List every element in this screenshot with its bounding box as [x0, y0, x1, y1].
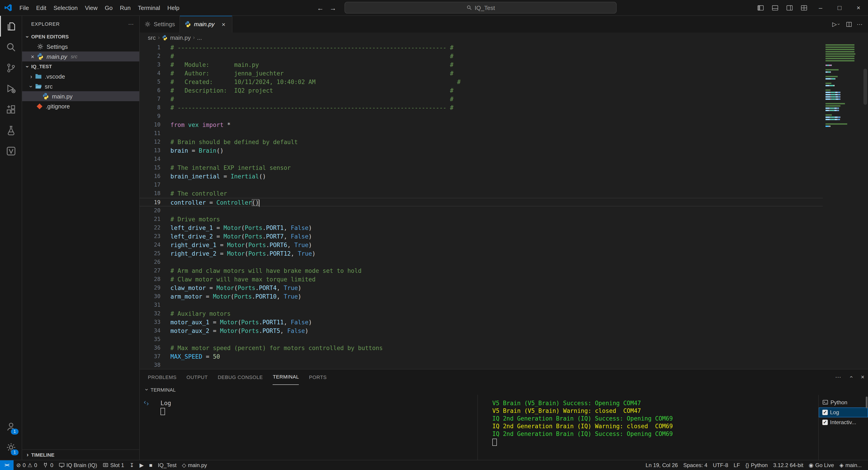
- menu-edit[interactable]: Edit: [33, 2, 50, 13]
- run-dropdown-icon[interactable]: ›: [837, 22, 842, 26]
- code-line[interactable]: 11: [140, 129, 823, 138]
- remote-indicator[interactable]: ><: [0, 460, 13, 470]
- vex-slot-status[interactable]: Slot 1: [100, 460, 127, 470]
- code-line[interactable]: 12# Brain should be defined by default: [140, 138, 823, 146]
- source-control-icon[interactable]: [0, 57, 22, 78]
- terminal-instance-log[interactable]: ✓ Log: [819, 407, 868, 417]
- code-line[interactable]: 10from vex import *: [140, 121, 823, 129]
- panel-tab-debug-console[interactable]: DEBUG CONSOLE: [218, 369, 263, 384]
- code-line[interactable]: 2# #: [140, 52, 823, 61]
- close-editor-icon[interactable]: ×: [29, 53, 37, 60]
- menu-go[interactable]: Go: [101, 2, 116, 13]
- vex-program-file[interactable]: ◇main.py: [179, 460, 210, 470]
- code-line[interactable]: 28# Claw motor will have max torque limi…: [140, 275, 823, 284]
- code-line[interactable]: 15# The internal EXP inertial sensor: [140, 164, 823, 172]
- tree-item-vscode-folder[interactable]: › .vscode: [22, 71, 139, 81]
- close-panel-icon[interactable]: ×: [861, 374, 864, 380]
- split-editor-icon[interactable]: [846, 21, 852, 27]
- code-line[interactable]: 7# #: [140, 95, 823, 103]
- code-line[interactable]: 35: [140, 335, 823, 344]
- code-line[interactable]: 27# Arm and claw motors will have brake …: [140, 267, 823, 275]
- code-line[interactable]: 34motor_aux_2 = Motor(Ports.PORT5, False…: [140, 327, 823, 335]
- vex-project-name[interactable]: IQ_Test: [155, 460, 179, 470]
- cursor-position-status[interactable]: Ln 19, Col 26: [643, 460, 681, 470]
- settings-gear-icon[interactable]: 1: [0, 437, 22, 458]
- terminal-instance-interactive[interactable]: ✓ Interactiv...: [819, 417, 868, 427]
- terminal-instance-python[interactable]: Python: [819, 397, 868, 407]
- code-line[interactable]: 25right_drive_2 = Motor(Ports.PORT12, Tr…: [140, 249, 823, 258]
- code-line[interactable]: 24right_drive_1 = Motor(Ports.PORT6, Tru…: [140, 241, 823, 249]
- panel-more-actions-icon[interactable]: ···: [835, 374, 841, 380]
- command-center-search[interactable]: IQ_Test: [345, 2, 617, 13]
- editor-more-actions-icon[interactable]: ···: [857, 21, 863, 28]
- code-line[interactable]: 9: [140, 112, 823, 121]
- explorer-icon[interactable]: [0, 16, 22, 37]
- run-and-debug-icon[interactable]: [0, 78, 22, 99]
- code-line[interactable]: 21# Drive motors: [140, 215, 823, 224]
- tree-item-gitignore[interactable]: .gitignore: [22, 101, 139, 111]
- toggle-secondary-sidebar-icon[interactable]: [782, 0, 797, 15]
- menu-file[interactable]: File: [16, 2, 33, 13]
- code-line[interactable]: 31: [140, 301, 823, 309]
- run-python-file-button[interactable]: ▷›: [832, 21, 841, 28]
- go-live-status[interactable]: ◉Go Live: [806, 460, 837, 470]
- code-line[interactable]: 14: [140, 155, 823, 164]
- code-line[interactable]: 32# Auxilary motors: [140, 309, 823, 318]
- customize-layout-icon[interactable]: [797, 0, 811, 15]
- menu-view[interactable]: View: [81, 2, 101, 13]
- maximize-button[interactable]: □: [830, 0, 849, 15]
- editor-scrollbar[interactable]: [864, 69, 867, 105]
- menu-selection[interactable]: Selection: [50, 2, 81, 13]
- tree-item-src-folder[interactable]: › src: [22, 81, 139, 91]
- code-line[interactable]: 26: [140, 258, 823, 267]
- toggle-panel-icon[interactable]: [768, 0, 782, 15]
- terminal-pane-log[interactable]: Log: [160, 399, 171, 416]
- code-line[interactable]: 36# Max motor speed (percent) for motors…: [140, 344, 823, 352]
- vex-extension-icon[interactable]: [0, 140, 22, 161]
- open-editors-section[interactable]: ›OPEN EDITORS: [22, 32, 139, 41]
- language-mode-status[interactable]: {}Python: [743, 460, 771, 470]
- open-editor-settings[interactable]: Settings: [22, 41, 139, 52]
- code-line[interactable]: 13brain = Brain(): [140, 146, 823, 155]
- code-line[interactable]: 22left_drive_1 = Motor(Ports.PORT1, Fals…: [140, 224, 823, 232]
- vex-run-button[interactable]: ▶: [137, 460, 146, 470]
- vex-download-button[interactable]: ↧: [127, 460, 137, 470]
- code-line[interactable]: 30arm_motor = Motor(Ports.PORT10, True): [140, 292, 823, 301]
- tab-main-py[interactable]: main.py ×: [180, 16, 232, 33]
- panel-tab-problems[interactable]: PROBLEMS: [148, 369, 177, 384]
- timeline-section[interactable]: ›TIMELINE: [22, 449, 139, 460]
- extensions-icon[interactable]: [0, 99, 22, 120]
- code-line[interactable]: 3# Module: main.py #: [140, 61, 823, 69]
- code-line[interactable]: 29claw_motor = Motor(Ports.PORT4, True): [140, 284, 823, 292]
- vex-main-indicator[interactable]: ◈main...: [837, 460, 865, 470]
- code-line[interactable]: 5# Created: 10/11/2024, 10:40:02 AM #: [140, 78, 823, 86]
- menu-help[interactable]: Help: [164, 2, 183, 13]
- code-line[interactable]: 4# Author: jenna_juechter #: [140, 69, 823, 78]
- forward-arrow-icon[interactable]: →: [328, 2, 338, 13]
- python-interpreter-status[interactable]: 3.12.2 64-bit: [770, 460, 806, 470]
- code-line[interactable]: 23left_drive_2 = Motor(Ports.PORT7, Fals…: [140, 232, 823, 241]
- terminal-pane-output[interactable]: V5 Brain (V5_Brain) Success: Opening COM…: [492, 399, 673, 447]
- code-line[interactable]: 37MAX_SPEED = 50: [140, 352, 823, 361]
- code-line[interactable]: 18# The controller: [140, 189, 823, 198]
- code-editor[interactable]: 1# -------------------------------------…: [140, 42, 868, 369]
- panel-tab-ports[interactable]: PORTS: [309, 369, 327, 384]
- code-line[interactable]: 38: [140, 361, 823, 369]
- code-line[interactable]: 1# -------------------------------------…: [140, 43, 823, 52]
- code-line[interactable]: 8# -------------------------------------…: [140, 103, 823, 112]
- code-line[interactable]: 17: [140, 181, 823, 189]
- explorer-actions-icon[interactable]: ···: [128, 21, 134, 26]
- workspace-root[interactable]: ›IQ_TEST: [22, 61, 139, 71]
- terminal-section-header[interactable]: ›TERMINAL: [140, 384, 868, 395]
- testing-icon[interactable]: [0, 120, 22, 140]
- vex-device-status[interactable]: IQ Brain (IQ): [56, 460, 100, 470]
- code-line[interactable]: 20: [140, 206, 823, 215]
- minimap[interactable]: [826, 44, 862, 130]
- toggle-sidebar-icon[interactable]: [753, 0, 768, 15]
- tree-item-main-py[interactable]: main.py: [22, 91, 139, 101]
- back-arrow-icon[interactable]: ←: [315, 2, 326, 13]
- code-line[interactable]: 16brain_inertial = Inertial(): [140, 172, 823, 181]
- encoding-status[interactable]: UTF-8: [710, 460, 731, 470]
- minimize-button[interactable]: –: [811, 0, 830, 15]
- menu-terminal[interactable]: Terminal: [134, 2, 164, 13]
